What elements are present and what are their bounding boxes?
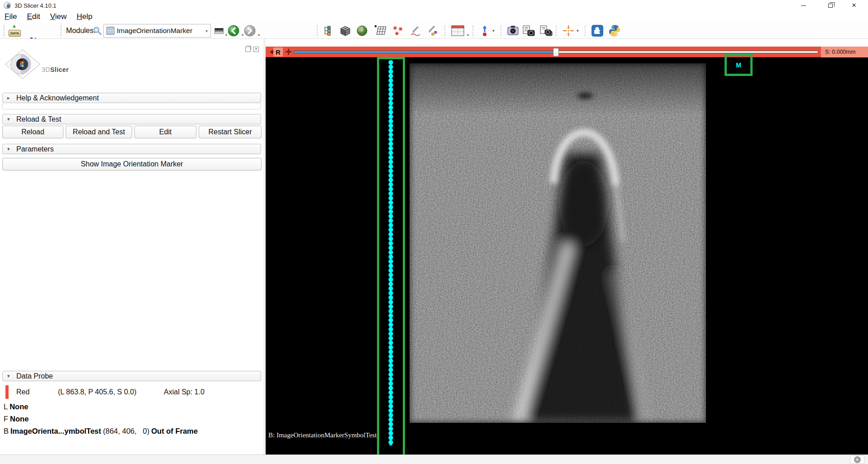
chevron-down-icon: ▾ [467,33,469,37]
chevron-down-icon: ▾ [577,28,579,33]
toolbar-separator [472,25,475,36]
toolbar-drag-handle[interactable] [4,25,6,36]
mouse-interaction-mode-button[interactable] [479,24,491,37]
orientation-marker-dotted-line [388,60,394,445]
toolbar-separator [444,25,447,36]
undock-panel-icon[interactable] [245,47,251,52]
section-parameters[interactable]: ▾ Parameters [2,144,261,154]
close-button[interactable]: × [844,0,864,11]
module-forward-button[interactable]: ▾ [243,24,256,37]
restart-slicer-button[interactable]: Restart Slicer [199,126,262,138]
slice-slider-fill [294,51,556,53]
slice-offset-value: S: 0.000mm [825,49,855,55]
toolbar-separator [501,25,503,36]
expanded-arrow-icon: ▾ [7,146,12,152]
module-search-button[interactable] [92,24,102,37]
slicer-logo-icon [4,2,11,9]
title-bar: 3D Slicer 4.10.1 × [0,0,868,11]
probe-view-name: Red [16,388,29,396]
mouse-mode-dropdown[interactable]: ▾ [492,24,495,37]
toolbar-separator [585,25,587,36]
layer-tag: F [4,415,8,423]
edit-button[interactable]: Edit [134,126,196,138]
load-data-button[interactable]: ▲ DATA [8,24,22,37]
menu-help[interactable]: Help [76,12,92,21]
section-help-acknowledgement[interactable]: ▸ Help & Acknowledgement [2,93,261,103]
show-image-orientation-marker-button[interactable]: Show Image Orientation Marker [2,158,262,170]
layer-value: ImageOrienta...ymbolTest [10,427,101,436]
slice-offset-slider[interactable] [294,51,818,53]
up-arrow-icon: ▲ [12,24,17,28]
orientation-letter: R [276,48,281,56]
screenshot-button[interactable] [507,24,520,37]
module-icon [106,27,114,35]
pin-icon[interactable] [267,50,273,54]
back-arrow-icon [227,24,240,37]
scene-views-button[interactable] [539,24,553,37]
button-label: Restart Slicer [208,128,252,136]
minimize-button[interactable] [793,0,814,11]
probe-layer-foreground: FNone [4,415,29,423]
restore-button[interactable] [820,0,841,11]
brand-slicer: Slicer [50,66,69,73]
camera-icon [507,25,520,37]
slice-slider-handle[interactable] [553,48,559,57]
annotation-pen-button[interactable] [409,24,421,37]
subject-hierarchy-button[interactable] [322,24,334,37]
layer-tag: L [4,402,8,411]
button-label: Reload and Test [73,128,125,136]
layer-coords: (864, 406, 0) [103,427,150,436]
menu-file[interactable]: File [5,12,17,21]
search-icon [92,26,102,36]
section-label: Data Probe [16,372,53,380]
markups-module-button[interactable] [391,24,404,37]
reload-and-test-button[interactable]: Reload and Test [66,126,132,138]
reload-button[interactable]: Reload [2,126,63,138]
slice-menu-icon[interactable] [286,49,291,55]
red-slice-viewport[interactable]: B: ImageOrientationMarkerSymbolTest [266,57,868,455]
restore-icon [828,4,833,8]
close-panel-icon[interactable]: × [253,47,259,52]
load-data-label: DATA [9,30,21,37]
python-console-button[interactable] [608,24,621,37]
main-toolbar: ▲ DATA ▼▲ DCM ▼ SAVE Modules: ImageOrien… [0,23,868,39]
layout-selector-button[interactable]: ▾ [451,24,465,37]
extensions-manager-button[interactable] [591,24,604,37]
highlight-rectangle-marker: M [725,54,753,76]
annotation-style-button[interactable] [425,24,437,37]
probe-layer-label: LNone [4,402,28,411]
transforms-module-button[interactable] [374,24,386,37]
crosshair-button[interactable] [562,24,575,37]
camera-stack-icon [539,25,553,37]
slice-view-area: R S: 0.000mm [266,39,868,455]
error-log-button[interactable]: × [850,455,864,464]
data-module-button[interactable] [339,24,352,37]
slicer-logo-image [4,49,42,80]
slicer-brand-logo: 3DSlicer [4,49,81,81]
ultrasound-image [410,63,706,423]
scene-view-capture-button[interactable] [522,24,536,37]
menu-view[interactable]: View [50,12,67,21]
module-back-button[interactable]: ▾ [227,24,240,37]
button-label: Show Image Orientation Marker [81,160,183,168]
slice-orientation-badge[interactable]: R [273,47,283,57]
crosshair-dropdown[interactable]: ▾ [577,24,579,37]
orientation-marker-letter: M [736,62,741,69]
slicer-brand-text: 3DSlicer [42,66,69,73]
layer-value: None [10,402,28,411]
section-reload-test[interactable]: ▾ Reload & Test [2,114,261,124]
button-label: Edit [159,128,172,136]
green-sphere-icon [356,24,368,37]
python-icon [608,24,621,37]
camera-document-icon [522,25,536,37]
toolbar-drag-handle[interactable] [61,25,63,36]
help-section-body [2,104,261,109]
puzzle-extension-icon [591,24,604,37]
section-data-probe[interactable]: ▾ Data Probe [2,371,261,381]
module-selector-combobox[interactable]: ImageOrientationMarker ▾ [103,24,211,38]
volumes-module-button[interactable] [356,24,368,37]
menu-edit[interactable]: Edit [27,12,40,21]
minimize-icon [801,5,806,6]
slice-offset-field[interactable]: S: 0.000mm [821,47,868,57]
module-history-button[interactable]: ▾ [215,24,224,37]
